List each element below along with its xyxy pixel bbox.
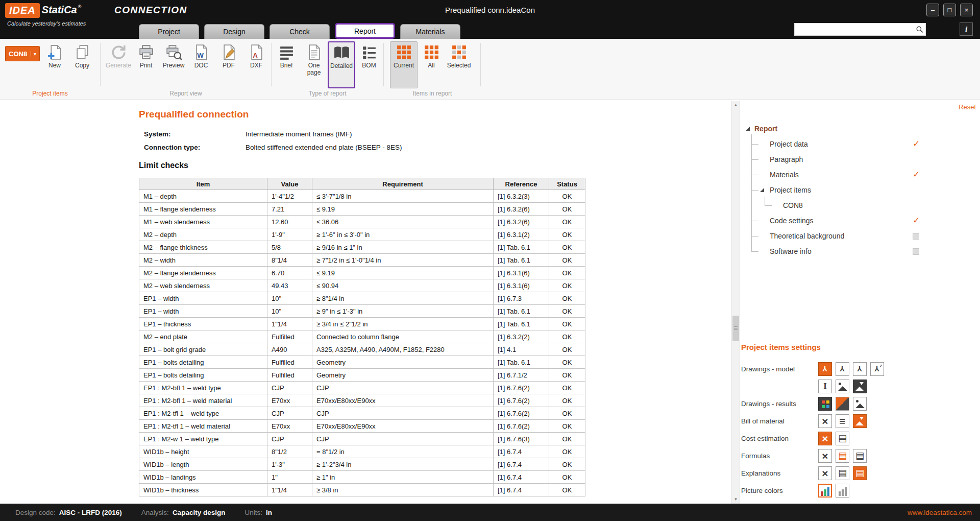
cell-requirement: E70xx/E80xx/E90xx (312, 420, 494, 433)
scroll-down-icon[interactable]: ▼ (732, 495, 740, 504)
cell-reference: [1] 6.3.1(6) (494, 279, 549, 292)
all-button-label: All (428, 62, 434, 69)
cell-item: WID1b – landings (139, 471, 267, 484)
dxf-export-button[interactable]: A DXF (242, 41, 270, 88)
include-checkbox[interactable] (913, 233, 919, 240)
tree-item[interactable]: Theoretical background (740, 228, 980, 244)
doc-export-button[interactable]: W DOC (187, 41, 215, 88)
settings-icon[interactable] (836, 484, 849, 498)
brief-report-button[interactable]: Brief (273, 41, 300, 88)
settings-icon[interactable] (836, 414, 849, 428)
cell-reference: [1] 6.7.4 (494, 484, 549, 496)
search-icon[interactable] (913, 26, 925, 33)
tree-item[interactable]: Paragraph (740, 152, 980, 167)
titlebar: IDEA StatiCa ® Calculate yesterday's est… (0, 0, 980, 39)
cell-reference: [1] 6.3.1(2) (494, 228, 549, 241)
copy-icon (74, 44, 91, 61)
expander-icon[interactable] (760, 188, 764, 192)
new-button[interactable]: New (41, 41, 68, 88)
copy-button-label: Copy (75, 62, 89, 69)
scroll-up-icon[interactable]: ▲ (732, 101, 740, 109)
settings-icon[interactable] (818, 380, 832, 393)
cell-value: 10" (267, 292, 312, 305)
tab[interactable]: Materials (400, 24, 460, 39)
search-input[interactable] (795, 23, 913, 35)
settings-icon[interactable] (818, 432, 832, 445)
settings-icon[interactable] (853, 449, 867, 463)
cell-item: EP1 : M2-bfl 1 – weld type (139, 382, 267, 394)
generate-button[interactable]: Generate (105, 41, 132, 88)
copy-button[interactable]: Copy (68, 41, 96, 88)
settings-icon[interactable] (818, 397, 832, 411)
include-checkbox[interactable] (913, 248, 919, 255)
include-checkbox[interactable] (913, 171, 921, 179)
tree-item[interactable]: Project items (740, 182, 980, 198)
group-label-type-of-report: Type of report (272, 90, 383, 97)
pdf-export-button[interactable]: PDF (215, 41, 242, 88)
table-row: EP1 : M2-w 1 – weld type CJP CJP [1] 6.7… (139, 433, 585, 445)
tab[interactable]: Design (204, 24, 264, 39)
design-code-label: Design code: (15, 509, 56, 516)
settings-icon[interactable] (853, 414, 867, 428)
cell-value: 7.21 (267, 203, 312, 216)
settings-icon[interactable] (836, 466, 849, 480)
tree-item[interactable]: Project data (740, 136, 980, 152)
minimize-button[interactable]: – (926, 4, 939, 16)
tree-item[interactable]: Software info (740, 244, 980, 259)
cell-value: A490 (267, 343, 312, 356)
settings-icon[interactable] (818, 414, 832, 428)
settings-icon[interactable] (836, 362, 849, 376)
preview-button[interactable]: Preview (160, 41, 187, 88)
scrollbar-thumb[interactable] (732, 316, 739, 341)
cell-requirement: CJP (312, 433, 494, 445)
current-button-label: Current (394, 62, 414, 69)
selected-items-button[interactable]: Selected (445, 41, 473, 88)
settings-icon[interactable] (818, 449, 832, 463)
info-button[interactable]: i (960, 22, 973, 36)
print-button[interactable]: Print (132, 41, 160, 88)
settings-icon[interactable] (836, 397, 849, 411)
tree-item[interactable]: CON8 (740, 198, 980, 213)
settings-icon[interactable] (836, 380, 849, 393)
detailed-report-button[interactable]: Detailed (328, 41, 355, 88)
analysis-label: Analysis: (141, 509, 169, 516)
all-items-button[interactable]: All (418, 41, 445, 88)
settings-icon[interactable] (870, 362, 884, 376)
cell-item: EP1 – width (139, 292, 267, 305)
settings-icon[interactable] (818, 466, 832, 480)
pdf-button-label: PDF (223, 62, 235, 69)
generate-button-label: Generate (106, 62, 131, 69)
units-label: Units: (244, 509, 262, 516)
tree-item-label: Paragraph (770, 155, 803, 163)
con8-selector[interactable]: CON8 ▾ (5, 46, 40, 61)
website-link[interactable]: www.ideastatica.com (908, 509, 972, 516)
tab[interactable]: Report (335, 23, 395, 39)
maximize-button[interactable]: □ (943, 4, 956, 16)
settings-icon[interactable] (853, 466, 867, 480)
current-items-button[interactable]: Current (390, 41, 418, 88)
bom-report-button[interactable]: BOM (355, 41, 383, 88)
vertical-scrollbar[interactable]: ▲ ▼ (731, 101, 740, 504)
settings-icon[interactable] (836, 449, 849, 463)
settings-icon[interactable] (853, 380, 867, 393)
expander-icon[interactable] (746, 127, 750, 131)
one-page-report-button[interactable]: One page (300, 41, 328, 88)
cell-value: 1'-9" (267, 228, 312, 241)
reset-link[interactable]: Reset (959, 103, 976, 111)
cell-reference: [1] 6.7.6(2) (494, 407, 549, 420)
settings-icon[interactable] (853, 397, 867, 411)
settings-icon[interactable] (818, 484, 832, 498)
settings-icon[interactable] (836, 432, 849, 445)
tree-item[interactable]: Materials (740, 167, 980, 182)
tab[interactable]: Check (270, 24, 330, 39)
cell-item: EP1 : M2-w 1 – weld type (139, 433, 267, 445)
close-button[interactable]: × (960, 4, 973, 16)
tab[interactable]: Project (139, 24, 199, 39)
settings-icon[interactable] (818, 362, 832, 376)
tree-item[interactable]: Report (740, 121, 980, 136)
selected-button-label: Selected (447, 62, 471, 69)
include-checkbox[interactable] (913, 217, 921, 225)
settings-icon[interactable] (853, 362, 867, 376)
tree-item[interactable]: Code settings (740, 213, 980, 228)
include-checkbox[interactable] (913, 140, 921, 148)
